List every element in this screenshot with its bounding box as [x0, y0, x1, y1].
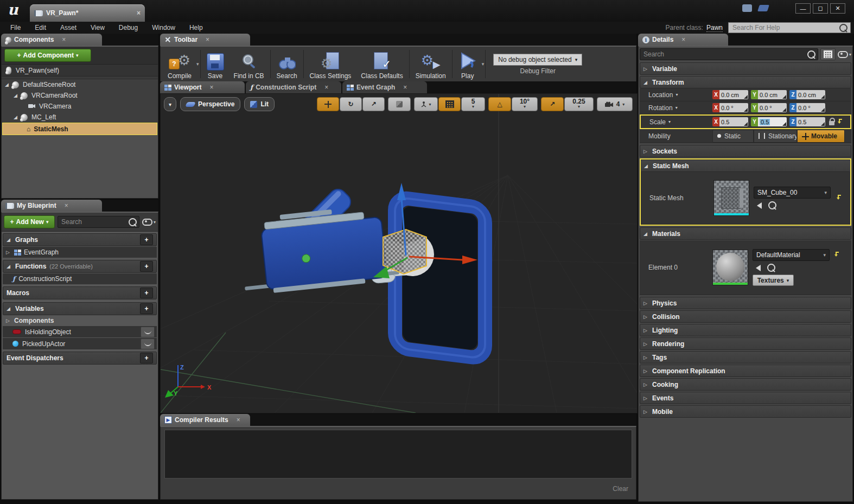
add-graph-button[interactable]: + — [140, 234, 153, 245]
add-event-dispatcher-button[interactable]: + — [140, 353, 153, 363]
browse-to-asset-icon[interactable] — [767, 264, 775, 272]
expand-icon[interactable]: ◢ — [14, 93, 19, 98]
details-tab-close-icon[interactable]: × — [681, 36, 685, 43]
tab-event-graph[interactable]: Event Graph × — [342, 81, 427, 93]
graphs-section-header[interactable]: ◢ Graphs + — [3, 233, 157, 246]
viewport-options-button[interactable]: ▾ — [164, 97, 176, 111]
feedback-chat-icon[interactable] — [742, 4, 752, 12]
toolbar-tab-close-icon[interactable]: × — [206, 36, 209, 43]
static-mesh-reset-button[interactable] — [836, 194, 842, 202]
location-y-field[interactable]: Y0.0 cm — [751, 90, 787, 99]
maximize-button[interactable]: ◻ — [813, 3, 828, 14]
variable-pickedupactor[interactable]: PickedUpActor — [3, 338, 157, 349]
details-panel-tab[interactable]: i Details × — [638, 34, 728, 46]
component-row-self[interactable]: VR_Pawn(self) — [2, 65, 158, 76]
add-function-button[interactable]: + — [140, 261, 153, 272]
material-reset-button[interactable] — [834, 251, 840, 259]
textures-dropdown-button[interactable]: Textures ▾ — [753, 275, 794, 286]
lit-mode-button[interactable]: Lit — [244, 97, 275, 111]
rotation-x-field[interactable]: X0.0 ° — [712, 103, 748, 112]
scale-lock-icon[interactable] — [829, 121, 834, 125]
details-section-static-mesh[interactable]: ◢ Static Mesh — [641, 160, 850, 172]
static-mesh-thumbnail[interactable] — [713, 180, 749, 216]
asset-tab-vr-pawn[interactable]: VR_Pawn* × — [30, 4, 145, 22]
grid-snap-value-button[interactable]: 5▾ — [461, 97, 485, 111]
add-component-button[interactable]: + Add Component ▾ — [4, 49, 91, 62]
details-section-component-replication[interactable]: ▷Component Replication — [640, 365, 851, 377]
expand-icon[interactable]: ◢ — [5, 82, 10, 87]
scale-x-field[interactable]: X0.5 — [712, 117, 748, 126]
tab-construction-script[interactable]: ƒ Construction Script × — [246, 81, 341, 93]
details-search-field[interactable] — [640, 48, 818, 60]
rotation-label[interactable]: Rotation ▾ — [640, 104, 712, 112]
component-row-vrcamera[interactable]: VRCamera — [2, 101, 158, 112]
property-matrix-button[interactable] — [820, 48, 836, 60]
material-thumbnail[interactable] — [712, 250, 748, 285]
location-label[interactable]: Location ▾ — [640, 91, 712, 99]
details-view-options-button[interactable]: ▾ — [838, 51, 851, 58]
tab-close-icon[interactable]: × — [324, 84, 328, 91]
parent-class-value[interactable]: Pawn — [706, 24, 723, 32]
save-button[interactable]: Save — [202, 47, 229, 81]
compile-button[interactable]: ⚙ ? Compile — [163, 47, 196, 81]
simulation-button[interactable]: ⚙ ▶ Simulation — [411, 47, 451, 81]
toolbar-panel-tab[interactable]: Toolbar × — [160, 34, 250, 46]
static-mesh-asset-dropdown[interactable]: SM_Cube_00 ▾ — [754, 187, 831, 199]
details-section-events[interactable]: ▷Events — [640, 392, 851, 404]
grid-snap-toggle[interactable] — [438, 97, 461, 111]
play-button[interactable]: Play — [454, 47, 482, 81]
add-new-button[interactable]: + Add New ▾ — [4, 215, 55, 228]
details-section-collision[interactable]: ▷Collision — [640, 310, 851, 323]
scale-z-field[interactable]: Z0.5 — [789, 117, 825, 126]
camera-speed-button[interactable]: 4 ▾ — [597, 97, 633, 111]
rotate-tool-button[interactable]: ↻ — [340, 97, 362, 111]
details-section-materials[interactable]: ◢ Materials — [640, 227, 851, 240]
my-blueprint-panel-tab[interactable]: My Blueprint × — [1, 200, 102, 212]
tab-close-icon[interactable]: × — [209, 84, 213, 91]
surface-snap-button[interactable]: ▾ — [414, 97, 438, 111]
details-section-physics[interactable]: ▷Physics — [640, 297, 851, 309]
components-tab-close-icon[interactable]: × — [62, 36, 66, 43]
my-blueprint-tab-close-icon[interactable]: × — [65, 202, 68, 209]
add-variable-button[interactable]: + — [140, 303, 153, 314]
translate-tool-button[interactable] — [317, 97, 339, 111]
tab-close-icon[interactable]: × — [403, 84, 407, 91]
location-x-field[interactable]: X0.0 cm — [712, 90, 748, 99]
mobility-movable-button[interactable]: Movable — [797, 130, 845, 143]
controller-model[interactable] — [238, 186, 485, 359]
help-search-field[interactable] — [728, 22, 851, 33]
browse-to-asset-icon[interactable] — [768, 201, 776, 209]
minimize-button[interactable]: — — [795, 3, 811, 14]
details-section-sockets[interactable]: ▷ Sockets — [640, 145, 851, 157]
scale-tool-button[interactable]: ↗ — [362, 97, 385, 111]
help-search-input[interactable] — [731, 23, 837, 32]
perspective-button[interactable]: Perspective — [180, 97, 240, 111]
collapsed-icon[interactable]: ▷ — [6, 250, 11, 255]
variable-visibility-button[interactable] — [141, 327, 155, 337]
menu-window[interactable]: Window — [145, 24, 182, 31]
details-section-tags[interactable]: ▷Tags — [640, 351, 851, 363]
menu-edit[interactable]: Edit — [28, 24, 53, 31]
use-selected-asset-icon[interactable] — [756, 265, 761, 271]
play-options-chevron-icon[interactable]: ▾ — [482, 61, 485, 67]
mobility-stationary-button[interactable]: Stationary — [754, 130, 797, 143]
menu-debug[interactable]: Debug — [112, 24, 145, 31]
menu-view[interactable]: View — [84, 24, 112, 31]
debug-object-dropdown[interactable]: No debug object selected ▾ — [493, 54, 582, 66]
scale-label[interactable]: Scale ▾ — [641, 118, 712, 126]
details-search-input[interactable] — [642, 50, 807, 59]
details-section-mobile[interactable]: ▷Mobile — [640, 405, 851, 418]
scale-snap-value-button[interactable]: 0.25▾ — [564, 97, 594, 111]
visibility-filter-button[interactable]: ▾ — [142, 219, 156, 226]
details-section-variable[interactable]: ▷ Variable — [640, 62, 851, 75]
viewport-3d[interactable]: Z X Y ▾ Perspective Lit ↻ ↗ — [160, 93, 638, 413]
clear-log-button[interactable]: Clear — [613, 485, 628, 493]
rotation-z-field[interactable]: Z0.0 ° — [789, 103, 825, 112]
class-defaults-button[interactable]: ✓ Class Defaults — [356, 47, 407, 81]
rotation-snap-value-button[interactable]: 10°▾ — [512, 97, 538, 111]
asset-tab-close-icon[interactable]: × — [137, 9, 141, 17]
use-selected-asset-icon[interactable] — [757, 202, 762, 209]
expand-icon[interactable]: ◢ — [14, 114, 19, 120]
component-row-staticmesh-selected[interactable]: ⌂ StaticMesh — [2, 123, 157, 135]
component-row-mcleft[interactable]: ◢ MC_Left — [2, 112, 158, 123]
